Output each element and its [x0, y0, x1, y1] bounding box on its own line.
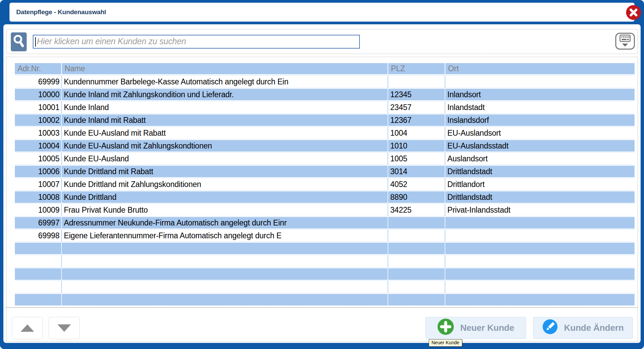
cell-ort: Drittlandort: [445, 178, 635, 190]
table-row[interactable]: 10003Kunde EU-Ausland mit Rabatt1004EU-A…: [15, 127, 635, 139]
cell-plz: [388, 243, 445, 254]
header-ort[interactable]: Ort: [445, 63, 635, 74]
cell-plz: [388, 76, 445, 88]
table-row[interactable]: 10002Kunde Inland mit Rabatt12367Insland…: [15, 114, 635, 127]
table-row[interactable]: 10006Kunde Drittland mit Rabatt3014Dritt…: [15, 165, 635, 178]
customer-table-panel: Adr.Nr. Name PLZ Ort 69999Kundennummer B…: [6, 57, 638, 307]
plus-icon: [437, 318, 454, 338]
cell-plz: 3014: [388, 166, 445, 177]
cell-plz: [388, 255, 445, 267]
cell-nr: 10001: [15, 101, 62, 113]
table-row[interactable]: [15, 255, 635, 268]
cell-nr: 10004: [15, 140, 62, 152]
table-row[interactable]: 10008Kunde Drittland8890Drittlandstadt: [15, 191, 635, 204]
cell-ort: EU-Auslandsstadt: [445, 140, 635, 152]
table-row[interactable]: 10004Kunde EU-Ausland mit Zahlungskondti…: [15, 139, 635, 152]
text-caret: [35, 37, 36, 47]
search-panel: Hier klicken um einen Kunden zu suchen: [6, 29, 638, 54]
table-row[interactable]: 10001Kunde Inland23457Inlandstadt: [15, 101, 635, 114]
cell-nr: 69997: [15, 217, 62, 229]
cell-plz: 4052: [388, 178, 445, 190]
cell-ort: [445, 281, 635, 293]
edit-customer-button[interactable]: Kunde Ändern: [533, 317, 633, 339]
table-row[interactable]: [15, 242, 635, 255]
close-icon: [626, 16, 641, 21]
cell-name: Eigene Lieferantennummer-Firma Automatis…: [62, 230, 388, 242]
triangle-down-icon: [57, 324, 71, 332]
cell-ort: [445, 268, 635, 280]
cell-nr: [15, 268, 62, 280]
cell-nr: 69999: [15, 76, 62, 88]
cell-name: Kunde EU-Ausland: [62, 153, 388, 165]
table-row[interactable]: 69997Adressnummer Neukunde-Firma Automat…: [15, 216, 635, 229]
cell-ort: [445, 243, 635, 254]
table-row[interactable]: 10009Frau Privat Kunde Brutto34225Privat…: [15, 204, 635, 216]
header-adr-nr[interactable]: Adr.Nr.: [15, 63, 62, 74]
cell-nr: [15, 281, 62, 293]
cell-ort: [445, 217, 635, 229]
cell-plz: [388, 294, 445, 305]
triangle-up-icon: [21, 324, 34, 332]
cell-name: Frau Privat Kunde Brutto: [62, 204, 388, 216]
table-row[interactable]: [15, 293, 635, 306]
table-row[interactable]: 10005Kunde EU-Ausland1005Auslandsort: [15, 152, 635, 165]
cell-name: [62, 243, 388, 254]
cell-name: Kunde Drittland mit Zahlungskonditionen: [62, 178, 388, 190]
cell-name: Kunde Inland: [62, 101, 388, 113]
cell-nr: 10005: [15, 153, 62, 165]
cell-ort: Auslandsort: [445, 153, 635, 165]
cell-plz: [388, 217, 445, 229]
customer-table: Adr.Nr. Name PLZ Ort 69999Kundennummer B…: [15, 63, 635, 306]
keyboard-icon: [617, 34, 633, 49]
scroll-up-button[interactable]: [12, 317, 43, 339]
pencil-icon: [542, 319, 558, 337]
table-row[interactable]: [15, 268, 635, 280]
cell-ort: Inlandsort: [445, 89, 635, 100]
cell-name: [62, 255, 388, 267]
header-plz[interactable]: PLZ: [388, 63, 445, 74]
new-customer-button[interactable]: Neuer Kunde: [425, 317, 526, 339]
title-bar: Datenpflege - Kundenauswahl: [9, 3, 635, 22]
cell-nr: 10008: [15, 191, 62, 203]
cell-nr: [15, 255, 62, 267]
cell-ort: [445, 255, 635, 267]
cell-plz: 23457: [388, 101, 445, 113]
cell-nr: [15, 294, 62, 305]
table-row[interactable]: [15, 280, 635, 293]
cell-name: Kundennummer Barbelege-Kasse Automatisch…: [62, 76, 388, 88]
cell-name: Adressnummer Neukunde-Firma Automatisch …: [62, 217, 388, 229]
cell-ort: Drittlandstadt: [445, 166, 635, 177]
footer-bar: Neuer Kunde Kunde Ändern Neuer Kunde: [6, 307, 638, 342]
cell-plz: 34225: [388, 204, 445, 216]
header-name[interactable]: Name: [62, 63, 388, 74]
cell-plz: 12367: [388, 114, 445, 126]
app-window: Datenpflege - Kundenauswahl: [0, 0, 644, 349]
close-button[interactable]: [626, 5, 641, 20]
table-body: 69999Kundennummer Barbelege-Kasse Automa…: [15, 75, 635, 306]
cell-name: Kunde EU-Ausland mit Zahlungskondtionen: [62, 140, 388, 152]
cell-ort: Inlandstadt: [445, 101, 635, 113]
scroll-down-button[interactable]: [49, 317, 80, 339]
cell-ort: Drittlandstadt: [445, 191, 635, 203]
cell-plz: [388, 230, 445, 242]
cell-nr: 69998: [15, 230, 62, 242]
search-button[interactable]: [11, 32, 27, 51]
table-row[interactable]: 69998Eigene Lieferantennummer-Firma Auto…: [15, 229, 635, 242]
cell-name: Kunde Drittland: [62, 191, 388, 203]
table-row[interactable]: 10000Kunde Inland mit Zahlungskondition …: [15, 88, 635, 101]
cell-plz: 1005: [388, 153, 445, 165]
cell-nr: [15, 243, 62, 254]
search-icon: [11, 32, 27, 52]
table-row[interactable]: 10007Kunde Drittland mit Zahlungskonditi…: [15, 178, 635, 191]
new-customer-label: Neuer Kunde: [460, 323, 514, 333]
search-input[interactable]: Hier klicken um einen Kunden zu suchen: [33, 35, 360, 49]
cell-plz: [388, 268, 445, 280]
cell-nr: 10000: [15, 89, 62, 100]
new-customer-tooltip: Neuer Kunde: [429, 339, 462, 347]
search-placeholder: Hier klicken um einen Kunden zu suchen: [37, 36, 186, 47]
table-row[interactable]: 69999Kundennummer Barbelege-Kasse Automa…: [15, 75, 635, 88]
keyboard-button[interactable]: [615, 33, 635, 50]
cell-nr: 10007: [15, 178, 62, 190]
cell-name: [62, 294, 388, 305]
cell-nr: 10009: [15, 204, 62, 216]
